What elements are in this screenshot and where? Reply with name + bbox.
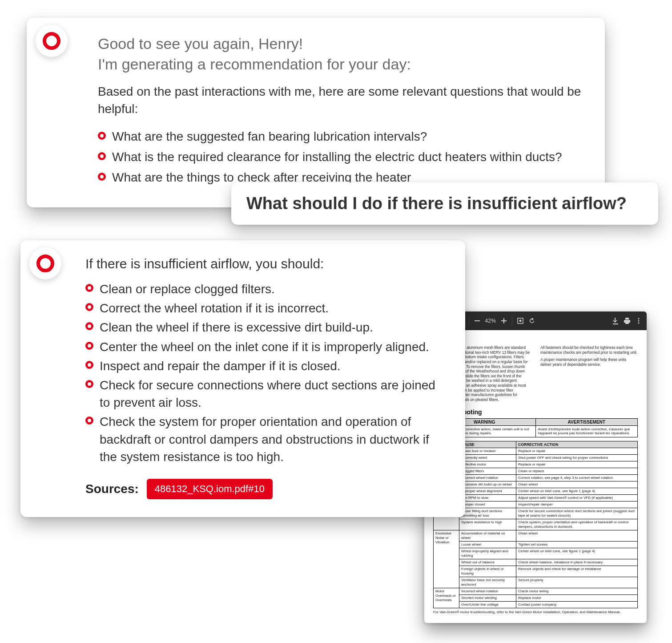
svg-rect-3 (475, 320, 480, 321)
cause-cell: Defective motor (459, 461, 516, 468)
action-cell: Inspect/repair damper (516, 501, 638, 508)
bullet-icon (85, 361, 93, 369)
recommendation-text: What is the required clearance for insta… (112, 149, 562, 166)
svg-rect-8 (520, 319, 521, 322)
answer-step: Check the system for proper orientation … (85, 413, 447, 465)
zoom-level: 42% (485, 318, 496, 324)
problem-cell: Motor Overloads or Overheats (434, 588, 459, 608)
assistant-answer-card: If there is insufficient airflow, you sh… (20, 240, 465, 517)
answer-step: Check for secure connections where duct … (85, 376, 447, 411)
recommendation-item[interactable]: What is the required clearance for insta… (98, 149, 587, 166)
zoom-out-icon[interactable] (474, 317, 481, 324)
recommendation-text: What are the suggested fan bearing lubri… (112, 128, 427, 145)
greeting-line-2: I'm generating a recommendation for your… (98, 54, 587, 75)
cause-cell: Incorrect wheel rotation (459, 588, 516, 594)
svg-rect-5 (503, 318, 504, 324)
recommendation-lead: Based on the past interactions with me, … (98, 83, 587, 117)
answer-step: Correct the wheel rotation if it is inco… (85, 299, 447, 317)
bullet-icon (85, 342, 93, 350)
cause-cell: Loose wheel (459, 541, 516, 548)
cause-cell: Fan RPM to slow (459, 494, 516, 501)
svg-point-9 (638, 318, 640, 319)
answer-step-text: Inspect and repair the damper if it is c… (100, 357, 447, 375)
action-cell: Check system; proper orientation and ope… (516, 519, 638, 530)
action-cell: Clean wheel (516, 481, 638, 488)
action-cell: Correct rotation, see page 4, step 3 to … (516, 474, 638, 481)
answer-step-text: Check for secure connections where duct … (100, 376, 447, 411)
action-cell: Center wheel on inlet cone, see figure 1… (516, 488, 638, 494)
assistant-greeting-card: Good to see you again, Henry! I'm genera… (27, 18, 605, 207)
sources-label: Sources: (85, 482, 139, 496)
toolbar-divider (469, 316, 469, 325)
cause-cell: Excessive dirt build up on wheel (459, 481, 516, 488)
col-cause: CAUSE (459, 441, 516, 448)
download-icon[interactable] (612, 317, 619, 324)
action-cell: Replace or repair (516, 448, 638, 454)
toolbar-divider (512, 316, 512, 325)
action-cell: Check for secure connection where duct s… (516, 508, 638, 519)
bullet-icon (85, 380, 93, 388)
cause-cell: Ventilator base not securely anchored (459, 577, 516, 588)
cause-cell: Foreign objects in wheel or housing (459, 566, 516, 577)
cause-cell: System resistance to high (459, 519, 516, 530)
action-cell: Adjust speed with Vari-Green® control or… (516, 494, 638, 501)
assistant-avatar (29, 247, 61, 279)
col-action: CORRECTIVE ACTION (516, 441, 638, 448)
bullet-icon (98, 173, 106, 181)
bullet-icon (98, 132, 106, 140)
user-message-bubble: What should I do if there is insufficien… (231, 182, 658, 225)
problem-cell: Excessive Noise or Vibration (434, 530, 459, 588)
cause-cell: Incorrect wheel rotation (459, 474, 516, 481)
cause-cell: Wheel out of balance (459, 559, 516, 566)
bullet-icon (85, 322, 93, 330)
cause-cell: Blown fuse or breaker (459, 448, 516, 454)
answer-step-text: Clean the wheel if there is excessive di… (100, 319, 447, 336)
cause-cell: Shorted motor winding (459, 594, 516, 601)
cause-cell: Loose fitting duct sections permitting a… (459, 508, 516, 519)
rotate-icon[interactable] (528, 317, 535, 324)
svg-point-11 (638, 323, 640, 324)
bullet-icon (98, 152, 106, 160)
source-chip[interactable]: 486132_KSQ.iom.pdf#10 (147, 479, 273, 499)
recommendation-list: What are the suggested fan bearing lubri… (98, 128, 587, 186)
assistant-avatar (36, 25, 68, 57)
bullet-icon (85, 284, 93, 292)
sources-row: Sources: 486132_KSQ.iom.pdf#10 (85, 479, 447, 499)
cause-cell: Damper closed (459, 501, 516, 508)
action-cell: Clean wheel (516, 530, 638, 541)
answer-step-text: Clean or replace clogged filters. (100, 280, 447, 298)
action-cell: Clean or replace (516, 468, 638, 474)
table-footnote: For Vari-Green® motor troubleshooting, r… (433, 610, 638, 614)
filters-col-2b: A proper maintenance program will help t… (540, 357, 638, 367)
action-cell: Tighten set screws (516, 541, 638, 548)
answer-step: Inspect and repair the damper if it is c… (85, 357, 447, 375)
answer-step-text: Correct the wheel rotation if it is inco… (100, 299, 447, 317)
answer-step-text: Check the system for proper orientation … (100, 413, 447, 465)
warning-fr-text: Avant d'entreprendre toute action correc… (536, 426, 638, 437)
greeting-line-1: Good to see you again, Henry! (98, 34, 587, 54)
action-cell: Center wheel on inlet cone, see figure 1… (516, 548, 638, 559)
answer-step: Center the wheel on the inlet cone if it… (85, 338, 447, 356)
action-cell: Replace or repair (516, 461, 638, 468)
avatar-ring-icon (36, 255, 54, 272)
action-cell: Check motor wiring (516, 588, 638, 594)
answer-step-list: Clean or replace clogged filters. Correc… (85, 280, 447, 465)
cause-cell: Accumulation of material on wheel (459, 530, 516, 541)
recommendation-item[interactable]: What are the suggested fan bearing lubri… (98, 128, 587, 145)
cause-cell: Wheel improperly aligned and rubbing (459, 548, 516, 559)
user-message-text: What should I do if there is insufficien… (246, 194, 627, 213)
print-icon[interactable] (624, 317, 631, 324)
action-cell: Remove objects and check for damage or i… (516, 566, 638, 577)
answer-step-text: Center the wheel on the inlet cone if it… (100, 338, 447, 356)
action-cell: Replace motor (516, 594, 638, 601)
fit-page-icon[interactable] (517, 317, 524, 324)
warning-fr-head: AVERTISSEMENT (536, 419, 638, 425)
answer-intro: If there is insufficient airflow, you sh… (85, 256, 447, 271)
avatar-ring-icon (43, 32, 60, 50)
action-cell: Check wheel balance, rebalance in place … (516, 559, 638, 566)
zoom-in-icon[interactable] (500, 317, 507, 324)
cause-cell: Improper wheel alignment (459, 488, 516, 494)
bullet-icon (85, 303, 93, 311)
cause-cell: Over/Under line voltage (459, 601, 516, 608)
more-icon[interactable] (635, 317, 642, 324)
